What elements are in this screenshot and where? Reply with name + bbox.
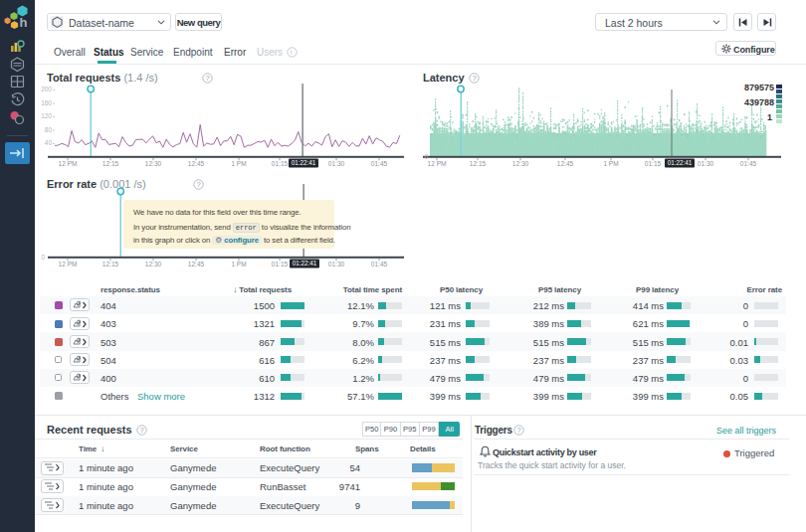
svg-text:01:22:41: 01:22:41 [293,260,317,266]
svg-text:1 PM: 1 PM [603,160,618,167]
svg-text:01:30: 01:30 [698,160,714,167]
svg-text:12:15: 12:15 [102,261,119,267]
svg-text:160: 160 [41,99,52,106]
svg-text:0: 0 [424,153,428,160]
svg-text:01:45: 01:45 [371,160,388,167]
svg-text:01:30: 01:30 [328,160,345,167]
svg-text:01:45: 01:45 [371,261,388,267]
svg-text:1 PM: 1 PM [231,261,246,267]
svg-text:12:45: 12:45 [188,261,205,267]
svg-text:12:30: 12:30 [145,160,162,167]
svg-text:12:45: 12:45 [557,160,574,167]
svg-text:12:15: 12:15 [470,160,487,167]
svg-text:12:30: 12:30 [145,261,162,267]
svg-text:01:30: 01:30 [328,261,345,267]
svg-text:12 PM: 12 PM [59,160,78,167]
svg-text:01:45: 01:45 [740,160,757,167]
svg-text:01:22:41: 01:22:41 [668,159,693,166]
svg-text:01:15: 01:15 [272,261,289,267]
svg-text:01:22:41: 01:22:41 [292,159,316,166]
svg-text:1 PM: 1 PM [231,160,246,167]
svg-text:120: 120 [41,112,52,119]
svg-text:12:45: 12:45 [188,160,205,167]
svg-text:200: 200 [41,86,52,92]
svg-text:12 PM: 12 PM [428,160,447,167]
svg-text:80: 80 [45,126,53,133]
svg-text:?: ? [517,426,521,435]
svg-text:12:15: 12:15 [102,160,119,167]
svg-text:01:15: 01:15 [272,160,289,167]
svg-text:12 PM: 12 PM [59,261,78,267]
svg-text:01:15: 01:15 [645,160,662,167]
svg-text:?: ? [140,426,144,435]
svg-text:0: 0 [41,254,45,261]
svg-text:40: 40 [45,139,53,146]
svg-text:12:30: 12:30 [512,160,529,167]
